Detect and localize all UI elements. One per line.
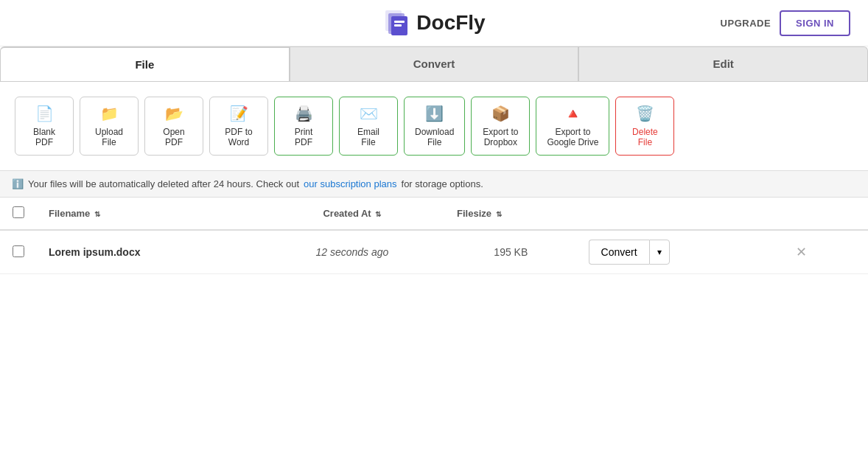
row-delete-button[interactable]: ✕	[790, 241, 813, 263]
files-table: Filename ⇅ Created At ⇅ Filesize ⇅	[0, 198, 868, 274]
email-icon: ✉️	[360, 105, 378, 122]
table-header-row: Filename ⇅ Created At ⇅ Filesize ⇅	[0, 198, 868, 230]
pdf-to-word-icon: 📝	[230, 105, 248, 122]
filename-sort-icon: ⇅	[94, 210, 100, 218]
upgrade-button[interactable]: UPGRADE	[721, 18, 771, 29]
info-icon: ℹ️	[12, 178, 24, 189]
blank-pdf-label: BlankPDF	[33, 127, 55, 147]
row-checkbox-cell	[0, 230, 37, 274]
delete-file-button[interactable]: 🗑️ DeleteFile	[615, 97, 674, 156]
print-label: PrintPDF	[295, 127, 313, 147]
tab-edit[interactable]: Edit	[578, 46, 868, 81]
filesize-sort-icon: ⇅	[496, 210, 502, 218]
logo: DocFly	[382, 9, 485, 37]
info-text-after: for storage options.	[402, 178, 483, 189]
convert-button[interactable]: Convert	[589, 240, 649, 265]
checkbox-column-header	[0, 198, 37, 230]
svg-rect-3	[394, 21, 405, 23]
export-gdrive-button[interactable]: 🔺 Export toGoogle Drive	[536, 97, 609, 156]
tabs: File Convert Edit	[0, 46, 868, 82]
convert-cell: Convert ▾	[577, 230, 779, 274]
pdf-to-word-button[interactable]: 📝 PDF toWord	[209, 97, 268, 156]
signin-button[interactable]: SIGN IN	[780, 10, 850, 36]
table-row: Lorem ipsum.docx 12 seconds ago 195 KB C…	[0, 230, 868, 274]
export-gdrive-label: Export toGoogle Drive	[547, 127, 598, 147]
row-delete-cell: ✕	[778, 230, 868, 274]
print-pdf-button[interactable]: 🖨️ PrintPDF	[274, 97, 333, 156]
toolbar: 📄 BlankPDF 📁 UploadFile 📂 OpenPDF 📝 PDF …	[0, 82, 868, 171]
created-cell: 12 seconds ago	[259, 230, 445, 274]
download-label: DownloadFile	[415, 127, 454, 147]
open-pdf-button[interactable]: 📂 OpenPDF	[144, 97, 203, 156]
info-bar: ℹ️ Your files will be automatically dele…	[0, 171, 868, 198]
header-actions: UPGRADE SIGN IN	[721, 10, 850, 36]
upload-file-button[interactable]: 📁 UploadFile	[80, 97, 139, 156]
download-icon: ⬇️	[425, 105, 444, 122]
info-text-before: Your files will be automatically deleted…	[28, 178, 299, 189]
created-column-header[interactable]: Created At ⇅	[259, 198, 445, 230]
created-text: 12 seconds ago	[315, 246, 388, 258]
gdrive-icon: 🔺	[564, 105, 582, 122]
export-dropbox-button[interactable]: 📦 Export toDropbox	[471, 97, 530, 156]
upload-label: UploadFile	[95, 127, 123, 147]
header: DocFly UPGRADE SIGN IN	[0, 0, 868, 46]
filesize-text: 195 KB	[494, 246, 528, 258]
print-icon: 🖨️	[295, 105, 313, 122]
select-all-checkbox[interactable]	[13, 206, 24, 218]
dropbox-icon: 📦	[491, 105, 510, 122]
row-checkbox[interactable]	[13, 245, 24, 257]
pdf-to-word-label: PDF toWord	[225, 127, 252, 147]
logo-icon	[382, 9, 410, 37]
actions-column-header	[577, 198, 779, 230]
filesize-column-header[interactable]: Filesize ⇅	[445, 198, 577, 230]
delete-column-header	[778, 198, 868, 230]
delete-label: DeleteFile	[632, 127, 658, 147]
svg-rect-4	[394, 24, 402, 27]
filesize-cell: 195 KB	[445, 230, 577, 274]
filename-column-header[interactable]: Filename ⇅	[37, 198, 259, 230]
email-file-button[interactable]: ✉️ EmailFile	[339, 97, 398, 156]
email-label: EmailFile	[357, 127, 379, 147]
blank-pdf-button[interactable]: 📄 BlankPDF	[15, 97, 74, 156]
logo-text: DocFly	[416, 11, 485, 35]
blank-pdf-icon: 📄	[35, 105, 54, 122]
filename-text: Lorem ipsum.docx	[49, 246, 140, 258]
delete-icon: 🗑️	[636, 105, 654, 122]
tab-file[interactable]: File	[0, 46, 290, 81]
tab-convert[interactable]: Convert	[290, 46, 579, 81]
subscription-plans-link[interactable]: our subscription plans	[304, 178, 396, 189]
created-sort-icon: ⇅	[375, 210, 381, 218]
download-file-button[interactable]: ⬇️ DownloadFile	[404, 97, 465, 156]
upload-icon: 📁	[100, 105, 119, 122]
convert-dropdown-button[interactable]: ▾	[649, 240, 670, 265]
export-dropbox-label: Export toDropbox	[483, 127, 518, 147]
filename-cell: Lorem ipsum.docx	[37, 230, 259, 274]
open-pdf-icon: 📂	[165, 105, 183, 122]
open-pdf-label: OpenPDF	[163, 127, 184, 147]
convert-group: Convert ▾	[589, 240, 767, 265]
